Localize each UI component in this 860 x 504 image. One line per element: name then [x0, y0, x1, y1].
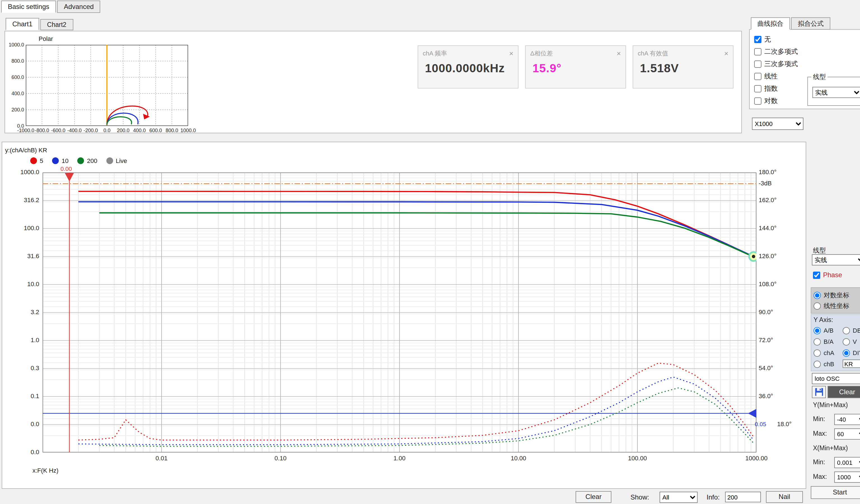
fit-option-0[interactable]: 无	[750, 33, 860, 45]
tab-chart2[interactable]: Chart2	[40, 19, 73, 30]
y-axis-option-chA[interactable]: chA	[814, 348, 843, 357]
phase-checkbox[interactable]	[813, 271, 820, 278]
fit-option-label: 线性	[764, 71, 778, 81]
fit-option-1[interactable]: 二次多项式	[750, 45, 860, 58]
y-max-select[interactable]: 60	[834, 428, 860, 440]
bode-left-tick: 0.0	[3, 449, 39, 455]
bode-right-tick: 180.0°	[759, 169, 777, 175]
tab-curve-fit[interactable]: 曲线拟合	[751, 17, 790, 30]
y-axis-option-A/B[interactable]: A/B	[814, 326, 843, 335]
legend-item-Live[interactable]: Live	[106, 157, 127, 164]
measure-card-2: chA 有效值×1.518V	[633, 45, 733, 88]
bode-left-tick: 0.0	[3, 420, 39, 427]
y-axis-radio[interactable]	[814, 360, 821, 368]
coord-group: 对数坐标线性坐标	[811, 287, 860, 314]
fit-option-checkbox[interactable]	[754, 48, 761, 55]
tab-advanced[interactable]: Advanced	[57, 1, 100, 13]
coord-radio[interactable]	[814, 292, 821, 299]
y-axis-radio[interactable]	[843, 349, 850, 357]
clear-plot-button[interactable]: Clear	[828, 386, 860, 398]
y-axis-radio[interactable]	[814, 338, 821, 345]
y-axis-radio[interactable]	[843, 338, 850, 345]
y-min-select[interactable]: -40	[834, 414, 860, 425]
save-button[interactable]	[812, 386, 826, 398]
y-axis-option-B/A[interactable]: B/A	[814, 337, 843, 346]
polar-y-tick: 1000.0	[5, 42, 24, 47]
bode-left-tick: 316.2	[3, 197, 39, 203]
fit-option-checkbox[interactable]	[754, 60, 761, 68]
legend-dot	[30, 157, 37, 164]
bode-right-tick: 90.0°	[759, 308, 773, 315]
polar-title: Polar	[39, 35, 53, 42]
line-type-label-right: 线型	[813, 246, 826, 255]
y-max-label: Max:	[813, 430, 827, 437]
x-cursor-handle[interactable]	[65, 173, 74, 182]
bode-right-tick: 72.0°	[759, 336, 773, 343]
phase-toggle[interactable]: Phase	[813, 271, 842, 279]
multiplier-select[interactable]: X1000	[752, 118, 803, 130]
y-axis-options: A/BDBB/AVchADIYchB	[814, 326, 860, 369]
coord-option-0[interactable]: 对数坐标	[814, 290, 860, 301]
coord-radio[interactable]	[814, 302, 821, 310]
y-axis-label: Y Axis:	[814, 316, 833, 323]
y-cursor-handle[interactable]	[748, 409, 756, 418]
fit-option-2[interactable]: 三次多项式	[750, 58, 860, 70]
y-axis-radio[interactable]	[843, 327, 850, 334]
bode-left-tick: 31.6	[3, 253, 39, 259]
info-input[interactable]	[725, 492, 761, 502]
legend-item-5[interactable]: 5	[30, 157, 43, 164]
legend-label: 200	[87, 157, 97, 164]
x-max-select[interactable]: 1000	[834, 472, 860, 483]
legend-item-10[interactable]: 10	[52, 157, 69, 164]
close-icon[interactable]: ×	[509, 51, 513, 57]
legend-dot	[106, 157, 113, 164]
gain-curve-10	[78, 202, 754, 257]
card-value: 15.9°	[526, 58, 626, 75]
coord-option-1[interactable]: 线性坐标	[814, 301, 860, 311]
fit-option-checkbox[interactable]	[754, 73, 761, 80]
fit-option-checkbox[interactable]	[754, 97, 761, 104]
close-icon[interactable]: ×	[724, 51, 728, 57]
y-axis-radio[interactable]	[814, 327, 821, 334]
y-axis-option-DIY[interactable]: DIY	[843, 348, 860, 357]
x-min-select[interactable]: 0.001	[834, 457, 860, 468]
x-cursor-label: 0.00	[60, 165, 72, 172]
nail-button[interactable]: Nail	[766, 491, 803, 503]
line-type-group: 线型 实线	[807, 77, 860, 106]
show-label: Show:	[630, 493, 649, 501]
tab-fit-formula[interactable]: 拟合公式	[791, 17, 830, 30]
line-type-select[interactable]: 实线	[813, 87, 860, 98]
diy-unit-input[interactable]	[843, 360, 860, 368]
bode-right-tick: 126.0°	[759, 253, 777, 259]
device-select[interactable]: loto OSC	[812, 373, 860, 384]
y-axis-option-V[interactable]: V	[843, 337, 860, 346]
legend-dot	[77, 157, 84, 164]
fit-option-checkbox[interactable]	[754, 35, 761, 43]
y-axis-option-DB[interactable]: DB	[843, 326, 860, 335]
bode-x-tick: 10.00	[502, 455, 535, 461]
clear-bottom-button[interactable]: Clear	[576, 491, 612, 503]
tab-basic-settings[interactable]: Basic settings	[1, 1, 56, 13]
tab-chart1[interactable]: Chart1	[5, 18, 39, 30]
bode-chart	[43, 172, 756, 452]
close-icon[interactable]: ×	[617, 51, 621, 57]
card-value: 1000.0000kHz	[418, 58, 518, 75]
save-icon	[814, 388, 823, 397]
legend-item-200[interactable]: 200	[77, 157, 97, 164]
fit-option-checkbox[interactable]	[754, 85, 761, 92]
y-axis-radio[interactable]	[814, 349, 821, 357]
curves	[78, 191, 754, 446]
polar-arrow	[143, 114, 150, 119]
bode-right-tick: 144.0°	[759, 225, 777, 231]
bode-x-tick: 0.01	[145, 455, 178, 461]
bode-x-tick: 100.00	[621, 455, 654, 461]
line-type-select-right[interactable]: 实线	[812, 254, 860, 265]
y-axis-option-label: DB	[853, 327, 860, 334]
curve-fit-panel: 无二次多项式三次多项式线性指数对数 线型 实线	[749, 29, 860, 109]
y-axis-option-chB[interactable]: chB	[814, 360, 843, 369]
start-button[interactable]: Start	[811, 486, 860, 499]
card-header: chA 有效值×	[633, 46, 733, 58]
gain-curve-5	[78, 191, 754, 257]
show-select[interactable]: All	[660, 492, 698, 503]
coord-option-label: 对数坐标	[823, 291, 849, 300]
